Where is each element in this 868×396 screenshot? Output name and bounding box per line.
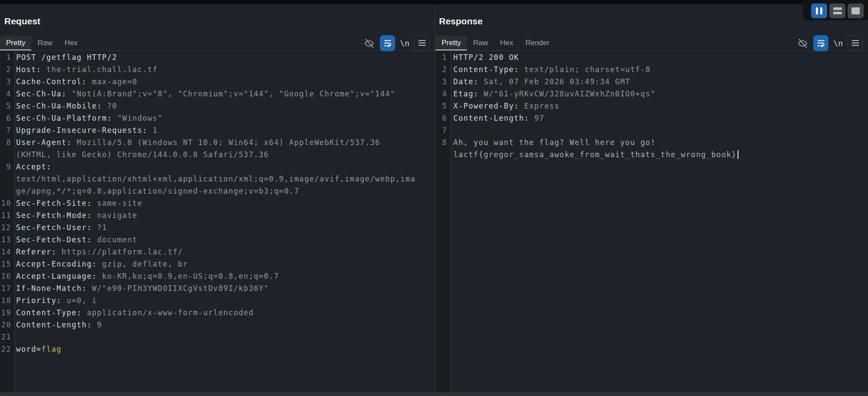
word-wrap-toggle-icon[interactable] xyxy=(813,35,828,51)
code-token: Upgrade-Insecure-Requests: xyxy=(16,126,148,135)
code-line: 17If-None-Match: W/"e90-PIH3YWDOIIXCgVst… xyxy=(0,282,435,294)
code-token: ko-KR,ko;q=0.9,en-US;q=0.8,en;q=0.7 xyxy=(97,272,279,280)
line-number: 6 xyxy=(0,112,14,124)
line-number: 2 xyxy=(436,63,451,76)
newline-toggle-icon[interactable]: \n xyxy=(400,39,409,48)
code-line: 7 xyxy=(436,124,868,136)
code-token: u=0, i xyxy=(62,296,97,305)
code-token: 97 xyxy=(529,114,545,122)
code-line: ge/apng,*/*;q=0.8,application/signed-exc… xyxy=(0,185,435,197)
code-token: Content-Length: xyxy=(453,114,529,122)
code-token: navigate xyxy=(92,211,138,220)
code-token: Sec-Ch-Ua: xyxy=(16,89,67,98)
code-token: Mozilla/5.0 (Windows NT 10.0; Win64; x64… xyxy=(72,138,380,147)
line-number: 22 xyxy=(0,343,14,355)
line-number: 6 xyxy=(436,112,451,124)
code-line: 16Accept-Language: ko-KR,ko;q=0.9,en-US;… xyxy=(0,270,435,282)
line-number: 16 xyxy=(0,270,14,282)
code-line: 3Cache-Control: max-age=0 xyxy=(0,76,435,88)
code-token: Content-Type: xyxy=(453,65,519,74)
line-number: 21 xyxy=(0,331,14,343)
code-token: Sec-Fetch-Mode: xyxy=(16,211,92,220)
line-number xyxy=(0,148,14,161)
code-token: ?1 xyxy=(92,223,107,232)
code-token: Accept-Language: xyxy=(16,272,97,280)
line-number: 7 xyxy=(436,124,451,136)
code-line: 2Content-Type: text/plain; charset=utf-8 xyxy=(436,63,868,76)
response-tab-hex[interactable]: Hex xyxy=(494,36,519,50)
code-token: ?0 xyxy=(102,102,117,110)
line-number: 7 xyxy=(0,124,14,136)
code-token: Etag: xyxy=(453,89,479,98)
line-number: 3 xyxy=(0,76,14,88)
line-number xyxy=(436,148,451,161)
code-token: HTTP/2 200 OK xyxy=(453,53,519,62)
line-number: 15 xyxy=(0,258,14,270)
code-line: 21 xyxy=(0,331,435,343)
request-toolbar: \n xyxy=(363,36,435,50)
response-tab-raw[interactable]: Raw xyxy=(467,36,494,50)
code-line: 6Sec-Ch-Ua-Platform: "Windows" xyxy=(0,112,435,124)
code-line: 9Accept: xyxy=(0,161,435,173)
code-token: flag xyxy=(41,345,62,353)
code-token: max-age=0 xyxy=(87,77,137,86)
line-number: 8 xyxy=(436,136,451,148)
response-panel-title: Response xyxy=(439,16,868,26)
line-number: 1 xyxy=(0,51,14,63)
hide-eye-icon[interactable] xyxy=(797,37,808,49)
line-number: 2 xyxy=(0,63,14,76)
code-token: Sec-Ch-Ua-Mobile: xyxy=(16,102,102,110)
line-number xyxy=(0,173,14,185)
code-token: "Not(A:Brand";v="8", "Chromium";v="144",… xyxy=(67,89,395,98)
request-tab-hex[interactable]: Hex xyxy=(58,36,83,50)
code-token: text/plain; charset=utf-8 xyxy=(519,65,651,74)
code-line: 5Sec-Ch-Ua-Mobile: ?0 xyxy=(0,100,435,112)
horizontal-scrollbar[interactable] xyxy=(0,392,868,396)
code-line: 3Date: Sat, 07 Feb 2026 03:49:34 GMT xyxy=(436,76,868,88)
code-line: 4Sec-Ch-Ua: "Not(A:Brand";v="8", "Chromi… xyxy=(0,88,435,100)
request-editor[interactable]: 1POST /getflag HTTP/22Host: the-trial.ch… xyxy=(0,51,435,392)
line-number: 10 xyxy=(0,197,14,209)
request-panel-title: Request xyxy=(4,16,435,26)
response-panel: Response Pretty Raw Hex Render \n xyxy=(436,4,868,392)
code-token: lactf{gregor_samsa_awoke_from_wait_thats… xyxy=(453,150,737,159)
code-token: X-Powered-By: xyxy=(453,102,519,110)
code-line: (KHTML, like Gecko) Chrome/144.0.0.0 Saf… xyxy=(0,148,435,161)
code-token: Referer: xyxy=(16,248,57,256)
line-number: 3 xyxy=(436,76,451,88)
request-tab-raw[interactable]: Raw xyxy=(31,36,58,50)
newline-toggle-icon[interactable]: \n xyxy=(833,39,843,48)
line-number: 14 xyxy=(0,246,14,258)
code-token: Sec-Fetch-Site: xyxy=(16,199,92,208)
menu-icon[interactable] xyxy=(414,35,429,51)
code-line: 13Sec-Fetch-Dest: document xyxy=(0,234,435,246)
hide-eye-icon[interactable] xyxy=(363,37,375,49)
line-number: 20 xyxy=(0,319,14,331)
code-token: Ah, you want the flag? Well here you go! xyxy=(453,138,655,147)
request-tab-pretty[interactable]: Pretty xyxy=(0,36,31,50)
code-line: 1POST /getflag HTTP/2 xyxy=(0,51,435,63)
code-token: Content-Type: xyxy=(16,308,82,317)
line-number: 5 xyxy=(0,100,14,112)
code-line: 2Host: the-trial.chall.lac.tf xyxy=(0,63,435,76)
line-number: 19 xyxy=(0,307,14,319)
word-wrap-toggle-icon[interactable] xyxy=(380,35,395,51)
response-tab-render[interactable]: Render xyxy=(519,36,556,50)
line-number: 12 xyxy=(0,221,14,234)
code-token: same-site xyxy=(92,199,143,208)
response-tab-bar: Pretty Raw Hex Render \n xyxy=(436,36,868,51)
line-number: 18 xyxy=(0,294,14,307)
menu-icon[interactable] xyxy=(848,35,863,51)
code-token: word= xyxy=(16,345,41,353)
code-line: 11Sec-Fetch-Mode: navigate xyxy=(0,209,435,221)
code-line: 8Ah, you want the flag? Well here you go… xyxy=(436,136,868,148)
line-number: 9 xyxy=(0,161,14,173)
code-line: 19Content-Type: application/x-www-form-u… xyxy=(0,307,435,319)
code-line: 14Referer: https://platform.lac.tf/ xyxy=(0,246,435,258)
response-editor[interactable]: 1HTTP/2 200 OK2Content-Type: text/plain;… xyxy=(436,51,868,392)
code-line: 4Etag: W/"61-yRKvCW/328uvAIZWxhZn0IO0+qs… xyxy=(436,88,868,100)
code-token: Sec-Ch-Ua-Platform: xyxy=(16,114,112,122)
code-line: 7Upgrade-Insecure-Requests: 1 xyxy=(0,124,435,136)
response-tab-pretty[interactable]: Pretty xyxy=(436,36,467,50)
code-line: 1HTTP/2 200 OK xyxy=(436,51,868,63)
